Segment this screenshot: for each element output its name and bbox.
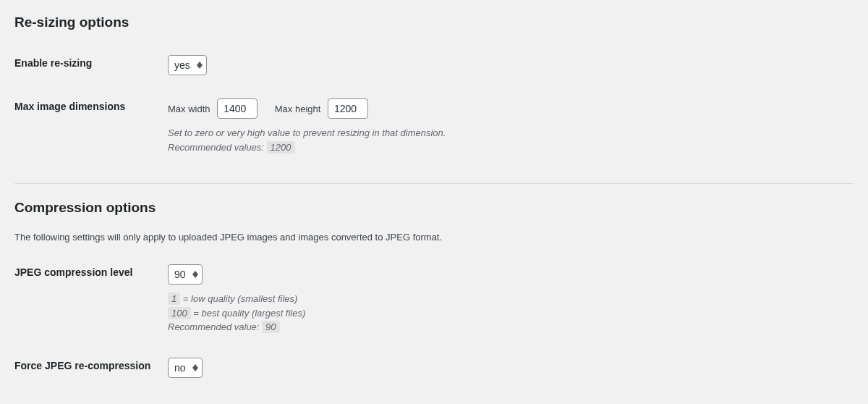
jpeg-recommended-label: Recommended value:: [168, 321, 262, 332]
jpeg-low-text: = low quality (smallest files): [180, 293, 297, 304]
enable-resizing-label: Enable re-sizing: [14, 46, 168, 90]
compression-form-table: JPEG compression level 90 1 = low qualit…: [14, 256, 854, 392]
dimensions-recommended-value: 1200: [267, 141, 295, 153]
force-recompress-select[interactable]: no: [168, 358, 203, 378]
max-width-label: Max width: [168, 104, 210, 114]
select-arrows-icon: [192, 364, 198, 371]
enable-resizing-select[interactable]: yes: [168, 55, 207, 75]
force-recompress-label: Force JPEG re-compression: [14, 349, 168, 392]
resizing-form-table: Enable re-sizing yes Max image dimension…: [14, 46, 854, 169]
resizing-options-section: Re-sizing options Enable re-sizing yes M…: [14, 14, 854, 169]
jpeg-high-text: = best quality (largest files): [191, 308, 306, 319]
force-recompress-value: no: [174, 362, 186, 374]
enable-resizing-value: yes: [174, 59, 190, 71]
jpeg-recommended-value: 90: [262, 321, 279, 333]
max-dimensions-label: Max image dimensions: [14, 90, 168, 169]
compression-options-section: Compression options The following settin…: [14, 200, 854, 404]
dimensions-desc-line1: Set to zero or very high value to preven…: [168, 126, 846, 140]
compression-intro: The following settings will only apply t…: [14, 232, 854, 243]
dimensions-recommended-label: Recommended values:: [168, 142, 267, 153]
jpeg-low-code: 1: [168, 293, 180, 305]
select-arrows-icon: [197, 62, 203, 69]
jpeg-level-description: 1 = low quality (smallest files) 100 = b…: [168, 292, 846, 334]
max-dimensions-description: Set to zero or very high value to preven…: [168, 126, 846, 154]
jpeg-level-select[interactable]: 90: [168, 264, 203, 285]
jpeg-level-label: JPEG compression level: [14, 256, 168, 349]
compression-note: Note that any changes you make will only…: [14, 401, 854, 405]
select-arrows-icon: [192, 271, 198, 278]
max-width-input[interactable]: [217, 98, 258, 119]
max-height-label: Max height: [275, 104, 321, 114]
compression-heading: Compression options: [14, 200, 854, 216]
section-divider: [14, 183, 854, 184]
jpeg-level-value: 90: [174, 269, 186, 280]
jpeg-high-code: 100: [168, 307, 191, 319]
max-height-input[interactable]: [328, 98, 368, 119]
resizing-heading: Re-sizing options: [14, 14, 854, 30]
